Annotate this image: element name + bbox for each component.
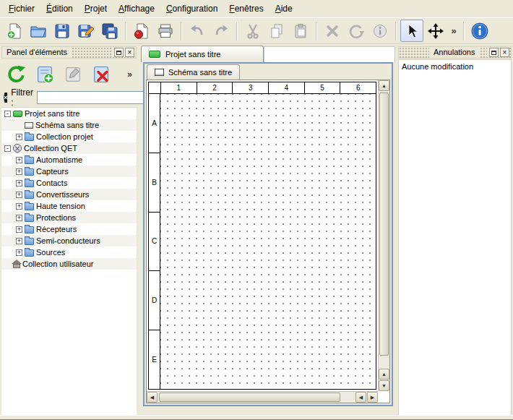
cut-button[interactable] (241, 20, 264, 42)
menu-fenetres[interactable]: Fenêtres (223, 1, 269, 17)
project-tab-bar: Projet sans titre (141, 45, 395, 62)
elements-panel-titlebar[interactable]: Panel d'éléments × (1, 46, 137, 59)
tree-item-label: Schéma sans titre (35, 121, 99, 129)
clear-filter-icon[interactable]: × (4, 93, 7, 103)
tree-item-convertisseurs[interactable]: + Convertisseurs (1, 189, 137, 200)
undo-button[interactable] (186, 20, 209, 42)
menu-projet[interactable]: Projet (79, 1, 113, 17)
menu-fichier[interactable]: Fichier (3, 1, 40, 17)
tree-item-label: Capteurs (36, 167, 69, 176)
row-header: D (149, 271, 160, 330)
tree-item-capteurs[interactable]: + Capteurs (1, 166, 137, 177)
open-project-button[interactable] (27, 20, 50, 42)
selection-info-button[interactable] (368, 20, 392, 42)
scroll-left-button[interactable]: ◀ (147, 392, 158, 403)
expander-icon[interactable]: + (16, 215, 22, 221)
redo-icon (212, 22, 230, 40)
select-arrow-icon (403, 22, 421, 40)
copy-button[interactable] (265, 20, 288, 42)
tree-item-haute-tension[interactable]: + Haute tension (1, 200, 137, 212)
select-mode-button[interactable] (400, 20, 423, 42)
expander-icon[interactable]: + (16, 168, 22, 175)
scroll-up-button[interactable]: ▲ (379, 80, 389, 91)
save-button[interactable] (51, 20, 74, 42)
qet-collection-icon (13, 144, 22, 153)
vertical-scrollbar[interactable]: ▲ ▲ ▼ (378, 80, 389, 391)
expander-icon[interactable]: - (4, 145, 11, 152)
tab-projet-sans-titre[interactable]: Projet sans titre (141, 46, 264, 62)
rotate-selection-button[interactable] (345, 20, 368, 42)
tree-item-collection-qet[interactable]: - Collection QET (1, 142, 137, 154)
tree-item-collection-projet[interactable]: + Collection projet (1, 131, 137, 142)
tree-item-sources[interactable]: + Sources (1, 247, 137, 258)
diagram-canvas[interactable]: 1 2 3 4 5 6 A B C D (147, 80, 378, 391)
new-document-button[interactable] (3, 20, 26, 42)
pan-mode-button[interactable] (424, 20, 447, 42)
tree-item-label: Collection utilisateur (22, 260, 93, 268)
float-panel-button[interactable] (114, 48, 124, 57)
expander-icon[interactable]: + (16, 180, 22, 187)
undo-icon (189, 22, 206, 40)
tree-item-automatisme[interactable]: + Automatisme (1, 154, 137, 166)
tab-schema-sans-titre[interactable]: Schéma sans titre (147, 64, 240, 80)
float-panel-button[interactable] (489, 48, 499, 57)
tree-item-label: Projet sans titre (25, 109, 79, 118)
delete-selection-button[interactable] (321, 20, 344, 42)
tree-item-schema-sans-titre[interactable]: Schéma sans titre (1, 119, 137, 131)
expander-icon[interactable]: + (16, 203, 22, 210)
scroll-up-button-2[interactable]: ▲ (379, 369, 389, 380)
expander-icon[interactable]: + (16, 192, 22, 198)
paste-button[interactable] (289, 20, 312, 42)
scroll-right-button[interactable]: ▶ (367, 392, 378, 403)
expander-icon[interactable]: + (16, 249, 22, 256)
scroll-down-button[interactable]: ▼ (379, 380, 389, 391)
row-header: B (149, 153, 160, 213)
schema-grid-area[interactable] (160, 94, 376, 389)
close-panel-button[interactable]: × (500, 48, 509, 57)
tree-item-contacts[interactable]: + Contacts (1, 177, 137, 189)
menu-affichage[interactable]: Affichage (113, 1, 160, 17)
tree-item-projet-sans-titre[interactable]: - Projet sans titre (1, 108, 137, 119)
schema-icon (25, 122, 33, 129)
edit-element-button[interactable] (61, 62, 85, 87)
main-toolbar: » (0, 17, 513, 44)
elements-panel-title: Panel d'éléments (2, 47, 72, 58)
reload-collections-button[interactable] (4, 62, 29, 87)
tree-item-label: Collection QET (24, 144, 77, 153)
copy-icon (268, 22, 285, 40)
save-as-button[interactable] (74, 20, 98, 42)
expander-icon[interactable]: + (16, 134, 22, 140)
save-all-button[interactable] (98, 20, 121, 42)
redo-button[interactable] (210, 20, 233, 42)
about-button[interactable] (468, 20, 491, 42)
vertical-scroll-thumb[interactable] (379, 93, 389, 356)
menu-configuration[interactable]: Configuration (160, 1, 223, 17)
print-button[interactable] (154, 20, 177, 42)
expander-icon[interactable]: + (16, 238, 22, 244)
column-header: 6 (340, 82, 376, 93)
tree-item-semi-conducteurs[interactable]: + Semi-conducteurs (1, 235, 137, 247)
tree-item-protections[interactable]: + Protections (1, 212, 137, 223)
filter-input[interactable] (37, 91, 144, 104)
horizontal-scroll-thumb[interactable] (159, 393, 340, 402)
close-panel-button[interactable]: × (125, 48, 134, 57)
menu-edition[interactable]: Édition (40, 1, 79, 17)
row-header: C (149, 213, 160, 272)
undo-history-list[interactable]: Aucune modification (398, 59, 512, 416)
expander-icon[interactable]: - (4, 111, 11, 117)
expander-icon[interactable]: + (16, 226, 22, 233)
new-element-button[interactable] (33, 62, 57, 87)
tree-item-recepteurs[interactable]: + Récepteurs (1, 223, 137, 235)
expander-icon[interactable]: + (16, 157, 22, 163)
project-child-window: Schéma sans titre 1 2 3 4 5 6 (143, 62, 393, 406)
horizontal-scrollbar[interactable]: ◀ ◀ ▶ (147, 391, 378, 403)
scroll-left-button-2[interactable]: ◀ (355, 392, 366, 403)
new-document-icon (6, 22, 23, 40)
undo-panel-titlebar[interactable]: Annulations × (398, 46, 512, 59)
menu-aide[interactable]: Aide (270, 1, 298, 17)
delete-element-button[interactable] (89, 62, 113, 87)
panel-overflow-chevron[interactable]: » (127, 69, 134, 80)
toolbar-overflow-button[interactable]: » (448, 20, 460, 42)
tree-item-collection-utilisateur[interactable]: Collection utilisateur (1, 258, 137, 270)
close-document-button[interactable] (130, 20, 153, 42)
